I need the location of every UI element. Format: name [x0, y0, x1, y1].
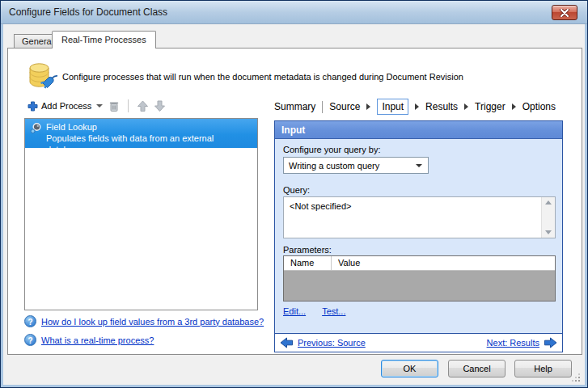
- query-by-selected-value: Writing a custom query: [289, 161, 379, 171]
- parameters-label: Parameters:: [283, 245, 332, 255]
- select-caret-icon: [416, 164, 422, 167]
- database-plug-icon: [26, 61, 58, 91]
- dialog-client-area: General Real-Time Processes Configure pr…: [3, 25, 585, 385]
- breadcrumb: Summary Source Input Results Trigger Opt…: [274, 98, 556, 116]
- breadcrumb-item-results[interactable]: Results: [425, 101, 458, 112]
- breadcrumb-arrow-icon: [464, 103, 468, 110]
- query-by-select[interactable]: Writing a custom query: [283, 157, 429, 174]
- add-process-label: Add Process: [41, 101, 91, 111]
- up-arrow-icon: [137, 100, 149, 112]
- dialog-configure-fields: Configure Fields for Document Class Gene…: [0, 0, 588, 388]
- field-lookup-icon: [30, 122, 42, 134]
- breadcrumb-item-trigger[interactable]: Trigger: [475, 101, 506, 112]
- list-item-field-lookup[interactable]: Field Lookup Populates fields with data …: [25, 119, 257, 148]
- resize-grip[interactable]: [571, 373, 581, 382]
- query-by-label: Configure your query by:: [283, 145, 380, 154]
- query-scrollbar[interactable]: [541, 197, 555, 238]
- help-icon: [24, 315, 36, 327]
- previous-nav[interactable]: Previous: Source: [280, 337, 366, 348]
- query-value: <Not specified>: [290, 201, 351, 211]
- column-header-name: Name: [284, 256, 332, 270]
- cancel-button[interactable]: Cancel: [448, 360, 506, 377]
- breadcrumb-arrow-icon: [415, 103, 419, 110]
- previous-link[interactable]: Previous: Source: [298, 338, 366, 348]
- edit-link[interactable]: Edit...: [283, 306, 306, 316]
- process-toolbar: Add Process: [24, 97, 168, 115]
- input-panel-header: Input: [275, 121, 562, 139]
- panel-navigation: Previous: Source Next: Results: [275, 333, 562, 352]
- breadcrumb-item-source[interactable]: Source: [329, 101, 360, 112]
- help-link-realtime-row: What is a real-time process?: [24, 334, 154, 346]
- column-header-value: Value: [332, 256, 360, 270]
- close-icon: [560, 9, 569, 17]
- test-link[interactable]: Test...: [322, 306, 345, 316]
- move-down-button[interactable]: [151, 99, 168, 114]
- process-subtitle: Populates fields with data from an exter…: [46, 133, 254, 155]
- add-icon: [27, 101, 38, 112]
- next-nav[interactable]: Next: Results: [487, 337, 557, 348]
- previous-arrow-icon: [280, 337, 294, 348]
- parameters-table-header: Name Value: [284, 256, 555, 271]
- breadcrumb-arrow-icon: [366, 103, 370, 110]
- process-list[interactable]: Field Lookup Populates fields with data …: [24, 118, 258, 310]
- breadcrumb-divider: [322, 101, 323, 113]
- tab-realtime-processes[interactable]: Real-Time Processes: [52, 31, 156, 48]
- breadcrumb-item-summary[interactable]: Summary: [274, 101, 315, 112]
- close-button[interactable]: [552, 5, 577, 20]
- add-process-button[interactable]: Add Process: [24, 99, 106, 113]
- ok-button[interactable]: OK: [381, 360, 438, 377]
- move-up-button[interactable]: [134, 99, 151, 114]
- query-textarea[interactable]: <Not specified>: [283, 196, 556, 238]
- help-link-realtime[interactable]: What is a real-time process?: [41, 335, 154, 345]
- scroll-up-icon[interactable]: [545, 200, 552, 205]
- window-title: Configure Fields for Document Class: [9, 6, 167, 18]
- delete-process-button[interactable]: [106, 99, 122, 114]
- breadcrumb-arrow-icon: [512, 103, 516, 110]
- process-title: Field Lookup: [46, 121, 254, 133]
- help-button[interactable]: Help: [514, 360, 572, 377]
- next-arrow-icon: [544, 337, 557, 348]
- scroll-down-icon[interactable]: [545, 230, 552, 234]
- help-link-database[interactable]: How do I look up field values from a 3rd…: [41, 317, 264, 327]
- input-panel-body: Configure your query by: Writing a custo…: [275, 139, 562, 333]
- toolbar-separator: [128, 99, 129, 112]
- breadcrumb-item-input-active[interactable]: Input: [377, 99, 408, 115]
- add-process-dropdown-icon: [96, 104, 103, 108]
- titlebar[interactable]: Configure Fields for Document Class: [1, 1, 587, 24]
- down-arrow-icon: [154, 100, 166, 112]
- next-link[interactable]: Next: Results: [487, 338, 539, 348]
- query-label: Query:: [283, 185, 310, 195]
- trash-icon: [108, 100, 120, 112]
- tabpage-realtime-processes: Configure processes that will run when t…: [7, 48, 582, 355]
- breadcrumb-item-options[interactable]: Options: [522, 101, 556, 112]
- help-icon: [24, 334, 36, 346]
- parameter-actions: Edit... Test...: [283, 306, 345, 316]
- help-link-database-row: How do I look up field values from a 3rd…: [24, 315, 264, 327]
- input-panel: Input Configure your query by: Writing a…: [274, 120, 563, 352]
- intro-description: Configure processes that will run when t…: [62, 72, 463, 82]
- parameters-table[interactable]: Name Value: [283, 255, 556, 302]
